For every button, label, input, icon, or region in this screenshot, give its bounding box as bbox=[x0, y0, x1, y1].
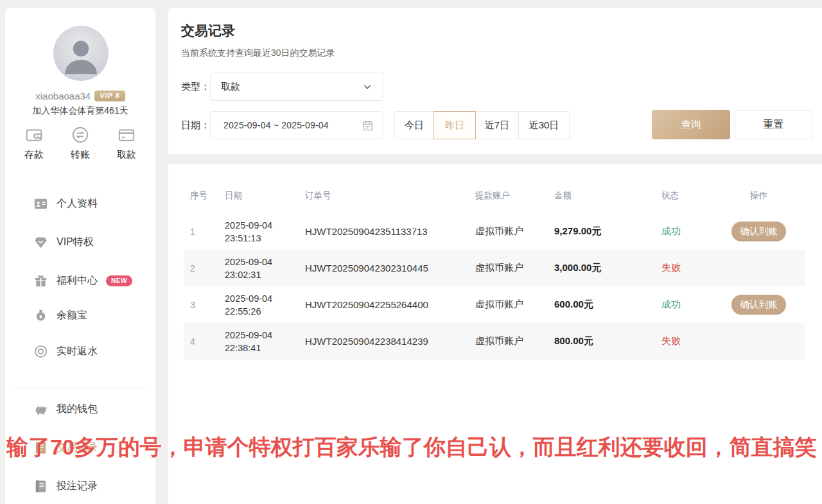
sidebar-item-label: 实时返水 bbox=[57, 345, 98, 358]
confirm-receipt-button[interactable]: 确认到账 bbox=[731, 295, 786, 315]
col-header-no: 序号 bbox=[184, 190, 225, 202]
reset-button[interactable]: 重置 bbox=[735, 110, 812, 139]
type-select[interactable]: 取款 bbox=[210, 73, 383, 101]
chevron-down-icon bbox=[362, 82, 372, 92]
row-time: 22:55:26 bbox=[225, 306, 261, 317]
col-header-date: 日期 bbox=[225, 189, 305, 202]
page-subtitle: 当前系统支持查询最近30日的交易记录 bbox=[181, 48, 335, 59]
quick-date-7days[interactable]: 近7日 bbox=[475, 111, 519, 139]
row-datetime: 2025-09-04 22:38:41 bbox=[225, 329, 305, 354]
row-number: 3 bbox=[184, 300, 225, 310]
quick-date-30days[interactable]: 近30日 bbox=[518, 111, 570, 139]
row-number: 2 bbox=[184, 263, 225, 274]
person-silhouette-icon bbox=[58, 33, 103, 78]
col-header-account: 提款账户 bbox=[475, 190, 554, 202]
col-header-status: 状态 bbox=[661, 190, 713, 202]
table-row: 4 2025-09-04 22:38:41 HJWT20250904223841… bbox=[184, 323, 805, 360]
row-date: 2025-09-04 bbox=[225, 257, 272, 267]
query-button[interactable]: 查询 bbox=[652, 110, 730, 139]
row-datetime: 2025-09-04 23:51:13 bbox=[225, 219, 305, 245]
row-action-cell: 确认到账 bbox=[713, 222, 805, 241]
table-row: 2 2025-09-04 23:02:31 HJWT20250904230231… bbox=[184, 250, 805, 286]
row-amount: 3,000.00元 bbox=[554, 262, 661, 274]
date-label: 日期： bbox=[181, 119, 210, 132]
piggy-bank-icon bbox=[33, 402, 48, 417]
sidebar-item-bets[interactable]: 投注记录 bbox=[5, 473, 155, 499]
col-header-order: 订单号 bbox=[305, 190, 475, 202]
sidebar-item-rebate[interactable]: 实时返水 bbox=[5, 338, 155, 364]
quick-actions: 存款 转账 取款 bbox=[5, 125, 155, 161]
sidebar-item-label: 余额宝 bbox=[57, 309, 87, 322]
bank-card-icon bbox=[117, 125, 136, 144]
sidebar-divider bbox=[12, 388, 149, 388]
sidebar-item-vip[interactable]: VIP特权 bbox=[5, 229, 155, 255]
sidebar-item-label: 我的钱包 bbox=[57, 403, 98, 416]
row-action-cell: 确认到账 bbox=[713, 295, 805, 315]
transfer-icon bbox=[71, 125, 90, 144]
row-date: 2025-09-04 bbox=[225, 330, 272, 340]
sidebar-item-wallet[interactable]: 我的钱包 bbox=[5, 396, 155, 422]
col-header-amount: 金额 bbox=[554, 190, 661, 202]
row-order-number: HJWT202509042255264400 bbox=[305, 299, 475, 310]
row-status: 成功 bbox=[661, 225, 713, 238]
withdraw-label: 取款 bbox=[117, 149, 136, 161]
row-date: 2025-09-04 bbox=[225, 220, 272, 230]
username: xiaobaoaa34 bbox=[35, 91, 91, 101]
overlay-complaint-text: 输了70多万的号，申请个特权打百家乐输了你自己认，而且红利还要收回，简直搞笑 bbox=[6, 433, 822, 462]
sidebar-item-yuebao[interactable]: 余额宝 bbox=[5, 302, 155, 328]
row-account: 虚拟币账户 bbox=[475, 225, 554, 238]
table-row: 3 2025-09-04 22:55:26 HJWT20250904225526… bbox=[184, 286, 805, 323]
avatar[interactable] bbox=[53, 26, 109, 81]
money-bag-icon bbox=[33, 308, 48, 323]
gift-icon bbox=[33, 274, 48, 288]
diamond-icon bbox=[33, 235, 48, 250]
transfer-button[interactable]: 转账 bbox=[60, 125, 100, 161]
table-row: 1 2025-09-04 23:51:13 HJWT20250904235113… bbox=[184, 213, 805, 250]
row-datetime: 2025-09-04 23:02:31 bbox=[225, 256, 305, 281]
confirm-receipt-button[interactable]: 确认到账 bbox=[731, 222, 786, 241]
quick-date-yesterday[interactable]: 昨日 bbox=[433, 111, 476, 139]
row-amount: 600.00元 bbox=[554, 299, 661, 311]
type-label: 类型： bbox=[181, 81, 210, 93]
deposit-label: 存款 bbox=[24, 149, 44, 161]
row-datetime: 2025-09-04 22:55:26 bbox=[225, 292, 305, 318]
calendar-icon bbox=[362, 119, 374, 132]
wallet-icon bbox=[24, 125, 44, 144]
row-number: 1 bbox=[184, 227, 225, 237]
row-order-number: HJWT202509042302310445 bbox=[305, 263, 475, 274]
sidebar-item-profile[interactable]: 个人资料 bbox=[5, 191, 155, 216]
row-order-number: HJWT202509042351133713 bbox=[305, 226, 475, 237]
sidebar-item-label: 个人资料 bbox=[57, 197, 98, 211]
filter-panel: 交易记录 当前系统支持查询最近30日的交易记录 类型： 取款 日期： 2025-… bbox=[168, 8, 822, 154]
row-status: 失败 bbox=[661, 262, 713, 274]
deposit-button[interactable]: 存款 bbox=[14, 125, 54, 161]
sidebar-item-label: 投注记录 bbox=[57, 480, 98, 493]
sidebar-item-label: 福利中心 bbox=[57, 274, 98, 288]
join-days-text: 加入华体会体育第461天 bbox=[5, 105, 155, 117]
withdraw-button[interactable]: 取款 bbox=[107, 125, 146, 161]
quick-date-group: 今日 昨日 近7日 近30日 bbox=[394, 111, 570, 139]
table-header-row: 序号 日期 订单号 提款账户 金额 状态 操作 bbox=[184, 183, 805, 209]
row-account: 虚拟币账户 bbox=[475, 299, 554, 311]
row-time: 23:51:13 bbox=[225, 233, 261, 243]
row-status: 成功 bbox=[661, 299, 713, 311]
table-rows: 1 2025-09-04 23:51:13 HJWT20250904235113… bbox=[184, 213, 805, 360]
type-select-value: 取款 bbox=[221, 81, 362, 93]
date-range-input[interactable]: 2025-09-04 ~ 2025-09-04 bbox=[210, 111, 383, 139]
vip-badge: VIP 8 bbox=[94, 91, 125, 101]
new-badge: NEW bbox=[106, 275, 132, 286]
page-title: 交易记录 bbox=[181, 22, 235, 40]
sidebar: xiaobaoaa34VIP 8 加入华体会体育第461天 存款 转账 bbox=[5, 8, 155, 504]
col-header-action: 操作 bbox=[713, 190, 805, 202]
quick-date-today[interactable]: 今日 bbox=[394, 111, 434, 139]
row-account: 虚拟币账户 bbox=[475, 262, 554, 274]
sidebar-item-welfare[interactable]: 福利中心 NEW bbox=[5, 268, 155, 293]
row-time: 22:38:41 bbox=[225, 343, 261, 353]
transfer-label: 转账 bbox=[71, 149, 90, 161]
bet-records-icon bbox=[33, 479, 48, 494]
row-status: 失败 bbox=[661, 335, 713, 347]
row-time: 23:02:31 bbox=[225, 270, 261, 280]
row-number: 4 bbox=[184, 336, 225, 347]
row-order-number: HJWT202509042238414239 bbox=[305, 336, 475, 347]
row-amount: 9,279.00元 bbox=[554, 225, 661, 238]
